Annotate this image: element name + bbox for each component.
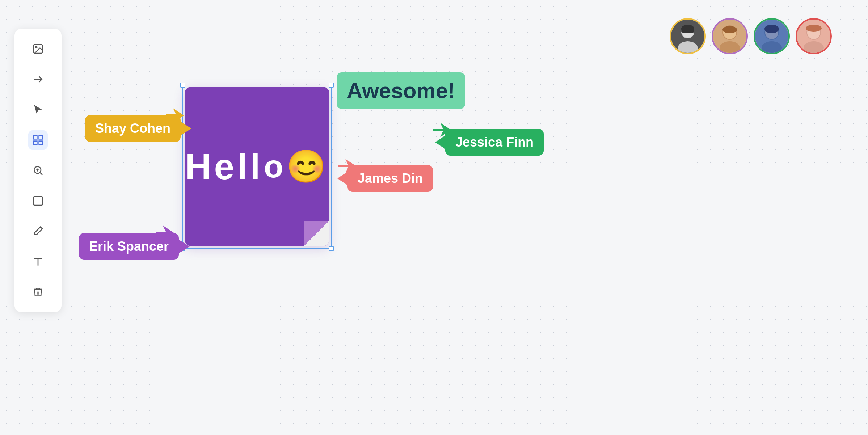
arrow-shay bbox=[166, 106, 184, 126]
avatar-jessica[interactable] bbox=[796, 18, 832, 54]
arrow-james bbox=[338, 157, 356, 177]
callout-jessica-label: Jessica Finn bbox=[455, 135, 534, 149]
frame-tool[interactable] bbox=[28, 130, 48, 150]
svg-line-8 bbox=[40, 173, 42, 175]
svg-rect-11 bbox=[34, 197, 42, 205]
hello-card[interactable]: Hello😊 bbox=[185, 87, 329, 246]
delete-tool[interactable] bbox=[28, 282, 48, 302]
svg-rect-5 bbox=[34, 141, 37, 144]
text-tool[interactable] bbox=[28, 252, 48, 271]
toolbar bbox=[14, 29, 62, 312]
svg-point-24 bbox=[722, 26, 737, 33]
canvas-background bbox=[0, 0, 868, 435]
avatar-user1[interactable] bbox=[670, 18, 706, 54]
hello-word: Hell bbox=[185, 146, 263, 187]
svg-point-29 bbox=[764, 25, 779, 33]
avatar-james[interactable] bbox=[754, 18, 790, 54]
callout-awesome-label: Awesome! bbox=[347, 79, 455, 103]
avatar-image-2 bbox=[713, 20, 746, 53]
svg-marker-38 bbox=[338, 159, 356, 173]
arrow-erik bbox=[156, 224, 174, 243]
svg-point-34 bbox=[806, 25, 822, 32]
avatar-image-4 bbox=[797, 20, 830, 53]
collaborator-avatars bbox=[670, 18, 832, 54]
select-tool[interactable] bbox=[28, 100, 48, 119]
avatar-image-1 bbox=[671, 20, 704, 53]
callout-shay-label: Shay Cohen bbox=[95, 121, 170, 136]
svg-rect-4 bbox=[39, 136, 42, 139]
callout-james-label: James Din bbox=[358, 171, 423, 186]
callout-jessica-finn: Jessica Finn bbox=[445, 129, 544, 156]
svg-marker-37 bbox=[433, 123, 451, 137]
zoom-tool[interactable] bbox=[28, 161, 48, 180]
avatar-image-3 bbox=[755, 20, 788, 53]
avatar-shay[interactable] bbox=[712, 18, 748, 54]
pencil-tool[interactable] bbox=[28, 221, 48, 241]
hello-text: Hello😊 bbox=[185, 146, 329, 187]
callout-james-din: James Din bbox=[347, 165, 433, 192]
svg-marker-35 bbox=[166, 108, 184, 123]
arrow-tool[interactable] bbox=[28, 69, 48, 89]
svg-marker-36 bbox=[156, 225, 174, 240]
svg-rect-19 bbox=[681, 30, 694, 33]
svg-rect-6 bbox=[39, 141, 42, 144]
shape-tool[interactable] bbox=[28, 191, 48, 211]
svg-point-1 bbox=[35, 46, 37, 48]
hello-emoji: o😊 bbox=[264, 151, 329, 182]
svg-rect-3 bbox=[34, 136, 37, 139]
image-tool[interactable] bbox=[28, 39, 48, 59]
arrow-jessica bbox=[433, 121, 451, 140]
callout-awesome: Awesome! bbox=[337, 72, 465, 109]
